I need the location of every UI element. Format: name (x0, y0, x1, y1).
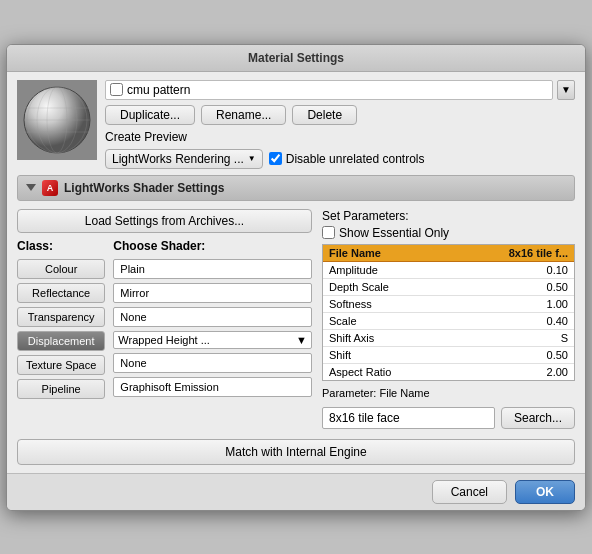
dropdown-arrow-icon: ▼ (248, 154, 256, 163)
collapse-triangle-icon (26, 184, 36, 191)
disable-unrelated-label: Disable unrelated controls (286, 152, 425, 166)
param-name-shift-axis: Shift Axis (329, 332, 508, 344)
params-table: File Name 8x16 tile f... Amplitude 0.10 … (322, 244, 575, 381)
section-title: LightWorks Shader Settings (64, 181, 224, 195)
cancel-button[interactable]: Cancel (432, 480, 507, 504)
param-row-depth-scale[interactable]: Depth Scale 0.50 (323, 279, 574, 296)
titlebar: Material Settings (7, 45, 585, 72)
show-essential-checkbox[interactable] (322, 226, 335, 239)
create-preview-row: Create Preview (105, 130, 575, 144)
lightworks-dropdown[interactable]: LightWorks Rendering ... ▼ (105, 149, 263, 169)
class-column: Class: Colour Reflectance Transparency D… (17, 239, 105, 399)
param-value-softness: 1.00 (508, 298, 568, 310)
create-preview-label: Create Preview (105, 130, 187, 144)
param-value-shift-axis: S (508, 332, 568, 344)
window-title: Material Settings (248, 51, 344, 65)
ok-button[interactable]: OK (515, 480, 575, 504)
param-row-amplitude[interactable]: Amplitude 0.10 (323, 262, 574, 279)
shader-none-texture[interactable]: None (113, 353, 312, 373)
param-value-scale: 0.40 (508, 315, 568, 327)
param-name-depth-scale: Depth Scale (329, 281, 508, 293)
right-panel: Set Parameters: Show Essential Only File… (322, 209, 575, 429)
class-displacement-btn[interactable]: Displacement (17, 331, 105, 351)
shader-plain[interactable]: Plain (113, 259, 312, 279)
param-name-shift: Shift (329, 349, 508, 361)
disable-row: Disable unrelated controls (269, 152, 425, 166)
param-value-aspect-ratio: 2.00 (508, 366, 568, 378)
class-reflectance-btn[interactable]: Reflectance (17, 283, 105, 303)
material-checkbox-wrapper: cmu pattern (105, 80, 553, 100)
section-header[interactable]: A LightWorks Shader Settings (17, 175, 575, 201)
params-header-name: File Name (329, 247, 508, 259)
class-choose-section: Class: Colour Reflectance Transparency D… (17, 239, 312, 399)
material-name-row: cmu pattern ▼ (105, 80, 575, 100)
param-value-shift: 0.50 (508, 349, 568, 361)
class-transparency-btn[interactable]: Transparency (17, 307, 105, 327)
show-essential-row: Show Essential Only (322, 226, 575, 240)
shader-displacement-dropdown[interactable]: Wrapped Height ... ▼ (113, 331, 312, 349)
load-settings-button[interactable]: Load Settings from Archives... (17, 209, 312, 233)
action-buttons-row: Duplicate... Rename... Delete (105, 105, 575, 125)
param-row-softness[interactable]: Softness 1.00 (323, 296, 574, 313)
set-params-label: Set Parameters: (322, 209, 575, 223)
params-header-value: 8x16 tile f... (508, 247, 568, 259)
shader-displacement-label: Wrapped Height ... (118, 334, 210, 346)
material-name: cmu pattern (127, 83, 548, 97)
bottom-section: Match with Internal Engine (17, 439, 575, 465)
shader-emission[interactable]: Graphisoft Emission (113, 377, 312, 397)
top-section: cmu pattern ▼ Duplicate... Rename... Del… (17, 80, 575, 169)
shader-mirror[interactable]: Mirror (113, 283, 312, 303)
match-internal-button[interactable]: Match with Internal Engine (17, 439, 575, 465)
shader-none-transparency[interactable]: None (113, 307, 312, 327)
class-colour-btn[interactable]: Colour (17, 259, 105, 279)
param-row-aspect-ratio[interactable]: Aspect Ratio 2.00 (323, 364, 574, 380)
param-row-scale[interactable]: Scale 0.40 (323, 313, 574, 330)
class-texture-space-btn[interactable]: Texture Space (17, 355, 105, 375)
param-name-aspect-ratio: Aspect Ratio (329, 366, 508, 378)
param-row-shift-axis[interactable]: Shift Axis S (323, 330, 574, 347)
param-value-depth-scale: 0.50 (508, 281, 568, 293)
params-header-row: File Name 8x16 tile f... (323, 245, 574, 262)
class-pipeline-btn[interactable]: Pipeline (17, 379, 105, 399)
choose-column: Choose Shader: Plain Mirror None Wrapped… (113, 239, 312, 399)
disable-unrelated-checkbox[interactable] (269, 152, 282, 165)
material-checkbox[interactable] (110, 83, 123, 96)
rename-button[interactable]: Rename... (201, 105, 286, 125)
dialog-buttons: Cancel OK (7, 473, 585, 510)
search-button[interactable]: Search... (501, 407, 575, 429)
material-controls: cmu pattern ▼ Duplicate... Rename... Del… (105, 80, 575, 169)
choose-label: Choose Shader: (113, 239, 312, 253)
param-row-shift[interactable]: Shift 0.50 (323, 347, 574, 364)
param-input-row: Search... (322, 407, 575, 429)
delete-button[interactable]: Delete (292, 105, 357, 125)
material-settings-window: Material Settings (6, 44, 586, 511)
parameter-label: Parameter: File Name (322, 387, 575, 399)
param-value-amplitude: 0.10 (508, 264, 568, 276)
show-essential-label: Show Essential Only (339, 226, 449, 240)
param-name-softness: Softness (329, 298, 508, 310)
material-arrow-btn[interactable]: ▼ (557, 80, 575, 100)
param-value-input[interactable] (322, 407, 495, 429)
material-preview (17, 80, 97, 160)
class-label: Class: (17, 239, 105, 253)
main-content: Load Settings from Archives... Class: Co… (17, 209, 575, 429)
left-panel: Load Settings from Archives... Class: Co… (17, 209, 312, 429)
lightworks-dropdown-label: LightWorks Rendering ... (112, 152, 244, 166)
sphere-svg (20, 83, 94, 157)
param-name-amplitude: Amplitude (329, 264, 508, 276)
duplicate-button[interactable]: Duplicate... (105, 105, 195, 125)
param-name-scale: Scale (329, 315, 508, 327)
shader-dropdown-arrow-icon: ▼ (296, 334, 307, 346)
rendering-row: LightWorks Rendering ... ▼ Disable unrel… (105, 149, 575, 169)
lightworks-icon: A (42, 180, 58, 196)
